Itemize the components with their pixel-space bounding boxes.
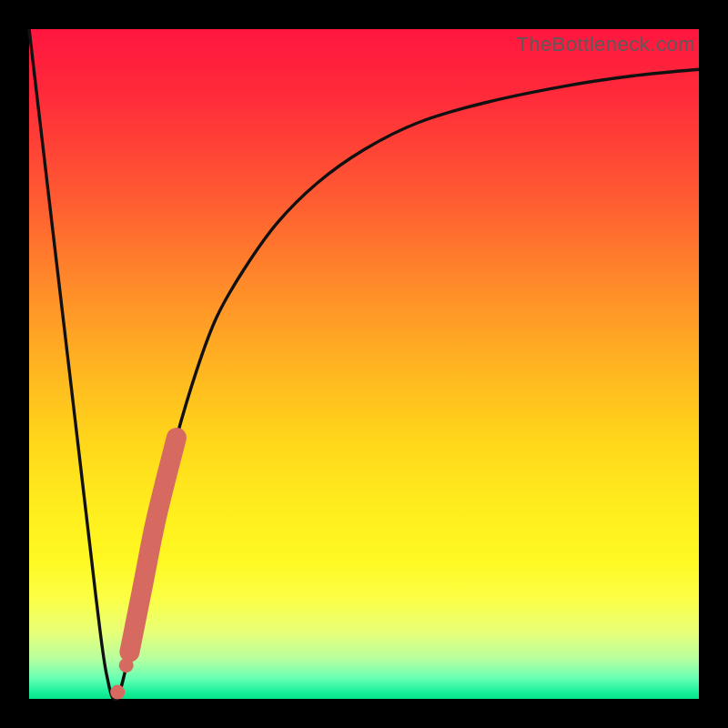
highlight-dot — [127, 618, 142, 632]
curve-layer — [29, 29, 699, 699]
highlight-dot — [110, 685, 125, 700]
bottleneck-curve — [29, 29, 699, 700]
plot-area: TheBottleneck.com — [29, 29, 699, 699]
chart-container: TheBottleneck.com — [0, 0, 728, 728]
highlight-dot — [119, 658, 134, 672]
